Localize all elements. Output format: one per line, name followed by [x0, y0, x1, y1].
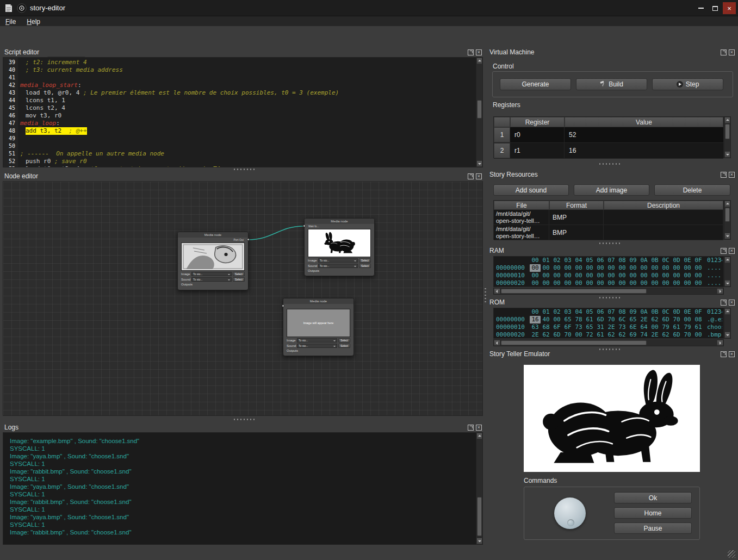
image-combo[interactable]: To sto... [191, 272, 232, 276]
scroll-right-button[interactable] [717, 340, 723, 346]
selected-byte[interactable]: 00 [530, 264, 541, 272]
image-combo[interactable]: To sto... [318, 258, 358, 263]
ram-hex[interactable]: 000102030405060708090A0B0C0D0E0F01234567… [493, 256, 724, 287]
float-panel-icon[interactable] [468, 425, 474, 431]
menu-item-help[interactable]: Help [21, 17, 46, 26]
float-panel-icon[interactable] [468, 49, 474, 55]
scrollbar-thumb[interactable] [477, 497, 482, 536]
float-panel-icon[interactable] [468, 173, 474, 179]
hex-row[interactable]: 000000202E626D70007261626269742E626D7000… [496, 331, 723, 339]
close-panel-icon[interactable]: × [729, 172, 735, 178]
scroll-up-button[interactable] [724, 117, 730, 123]
splitter-handle[interactable] [598, 163, 621, 165]
ram-vscrollbar[interactable] [724, 256, 731, 287]
scroll-down-button[interactable] [724, 280, 730, 287]
close-panel-icon[interactable]: × [476, 173, 482, 179]
logs-scrollbar[interactable] [476, 432, 483, 545]
build-button[interactable]: Build [576, 78, 647, 90]
scrollbar-thumb[interactable] [501, 340, 647, 345]
image-select-button[interactable]: Select [233, 272, 245, 276]
sound-combo[interactable]: To sto... [318, 264, 358, 268]
generate-button[interactable]: Generate [500, 78, 571, 90]
logs-console-content[interactable]: Image: "example.bmp" , Sound: "choose1.s… [3, 432, 483, 545]
register-row[interactable]: 2r116 [494, 143, 723, 159]
node-titlebar[interactable]: Media node [283, 298, 354, 304]
image-select-button[interactable]: Select [359, 258, 371, 263]
media-node-1[interactable]: Media node Port Out Image To sto... [177, 232, 249, 290]
media-node-2[interactable]: Media node Wait fo... [304, 218, 375, 276]
file-column-header[interactable]: File [494, 201, 549, 210]
scroll-up-button[interactable] [476, 58, 482, 64]
float-panel-icon[interactable] [721, 49, 727, 55]
row-header[interactable]: 2 [494, 143, 510, 158]
rom-vscrollbar[interactable] [724, 308, 731, 339]
output-port[interactable] [247, 238, 250, 241]
rom-hscrollbar[interactable] [493, 339, 724, 346]
splitter-handle[interactable] [233, 168, 256, 171]
image-combo[interactable]: To sto... [297, 338, 337, 343]
scrollbar-thumb[interactable] [501, 289, 647, 294]
register-row[interactable]: 1r052 [494, 127, 723, 143]
row-header[interactable]: 1 [494, 127, 510, 142]
step-button[interactable]: Step [652, 78, 723, 90]
menu-item-file[interactable]: File [0, 17, 21, 26]
knob[interactable] [554, 497, 586, 529]
minimize-button[interactable] [694, 2, 708, 14]
scroll-up-button[interactable] [476, 433, 482, 439]
scroll-down-button[interactable] [476, 160, 482, 167]
scroll-up-button[interactable] [724, 257, 730, 263]
sound-combo[interactable]: To sto... [191, 277, 232, 282]
hex-row[interactable]: 0000000000000000000000000000000000000000… [496, 264, 723, 272]
value-column-header[interactable]: Value [565, 117, 723, 127]
scroll-down-button[interactable] [724, 233, 730, 239]
scrollbar-thumb[interactable] [477, 100, 482, 119]
resource-row[interactable]: /mnt/data/git/open-story-tell…BMP [494, 210, 723, 225]
code-area[interactable]: ; t2: increment 4; t3: current media add… [18, 58, 482, 167]
splitter-handle[interactable] [233, 418, 256, 421]
node-canvas[interactable]: Media node Port Out Image To sto... [3, 181, 483, 416]
scroll-right-button[interactable] [717, 288, 723, 294]
scroll-down-button[interactable] [724, 151, 730, 158]
close-panel-icon[interactable]: × [729, 300, 735, 306]
close-panel-icon[interactable]: × [476, 49, 482, 55]
delete-button[interactable]: Delete [654, 184, 730, 196]
close-panel-icon[interactable]: × [729, 248, 735, 254]
pause-button[interactable]: Pause [614, 522, 692, 534]
scrollbar-thumb[interactable] [725, 124, 730, 139]
ram-hscrollbar[interactable] [493, 288, 724, 295]
hex-row[interactable]: 000000001640006578616D706C652E626D700008… [496, 316, 723, 323]
script-editor-scrollbar[interactable] [476, 57, 483, 167]
window-size-grip[interactable] [728, 550, 735, 558]
hex-row[interactable]: 0000001063686F6F7365312E736E640079617961… [496, 323, 723, 331]
node-titlebar[interactable]: Media node [178, 232, 248, 238]
format-column-header[interactable]: Format [549, 201, 604, 210]
splitter-handle[interactable] [598, 242, 621, 245]
scrollbar-thumb[interactable] [725, 208, 730, 222]
media-node-3[interactable]: Media node Image will appear here Image … [283, 298, 354, 356]
column-splitter-handle[interactable] [484, 287, 487, 303]
splitter-handle[interactable] [598, 348, 621, 351]
add-sound-button[interactable]: Add sound [493, 184, 569, 196]
sound-combo[interactable]: To sto... [297, 344, 337, 348]
home-button[interactable]: Home [614, 507, 692, 519]
scroll-down-button[interactable] [476, 538, 482, 544]
float-panel-icon[interactable] [721, 248, 727, 254]
float-panel-icon[interactable] [721, 351, 727, 357]
hex-row[interactable]: 0000001000000000000000000000000000000000… [496, 272, 723, 279]
float-panel-icon[interactable] [721, 172, 727, 178]
scroll-left-button[interactable] [494, 288, 500, 294]
sound-select-button[interactable]: Select [338, 344, 350, 348]
input-port[interactable] [303, 225, 306, 227]
rom-hex[interactable]: 000102030405060708090A0B0C0D0E0F01234567… [493, 308, 724, 339]
input-port[interactable] [282, 304, 284, 307]
sound-select-button[interactable]: Select [359, 264, 371, 268]
scroll-left-button[interactable] [494, 340, 500, 346]
close-panel-icon[interactable]: × [729, 49, 735, 55]
scroll-down-button[interactable] [724, 332, 730, 338]
resources-scrollbar[interactable] [724, 200, 731, 240]
scroll-up-button[interactable] [724, 308, 730, 315]
close-panel-icon[interactable]: × [729, 351, 735, 357]
float-panel-icon[interactable] [721, 300, 727, 306]
close-button[interactable]: × [723, 2, 736, 14]
close-panel-icon[interactable]: × [476, 425, 482, 431]
